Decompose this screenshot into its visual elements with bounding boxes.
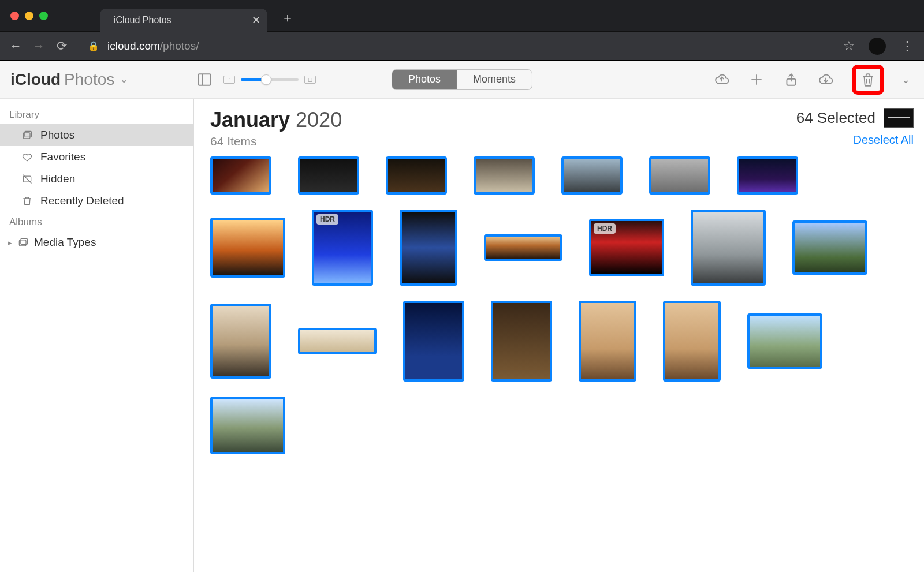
view-segmented-control: Photos Moments (392, 69, 532, 90)
deselect-all-link[interactable]: Deselect All (796, 133, 914, 147)
eye-slash-icon (21, 173, 33, 185)
photo-thumbnail[interactable] (747, 313, 822, 369)
svg-rect-7 (23, 133, 30, 139)
brand-primary: iCloud (10, 70, 61, 89)
reload-button[interactable]: ⟳ (54, 39, 69, 54)
svg-rect-12 (21, 238, 28, 244)
selected-count: 64 Selected (796, 109, 875, 127)
photo-thumbnail[interactable] (579, 301, 636, 382)
sidebar-item-photos[interactable]: Photos (0, 124, 193, 146)
photo-thumbnail[interactable] (210, 397, 285, 454)
zoom-out-icon: ▫ (223, 76, 235, 84)
sidebar: Library PhotosFavoritesHiddenRecently De… (0, 99, 194, 572)
sidebar-item-media-types[interactable]: ▸Media Types (0, 231, 193, 253)
sidebar-item-label: Media Types (34, 236, 96, 249)
sidebar-item-label: Photos (40, 129, 74, 141)
photo-thumbnail[interactable] (210, 218, 285, 278)
sidebar-section-library: Library (0, 104, 193, 124)
selection-preview-thumb (884, 108, 914, 128)
new-tab-button[interactable]: ＋ (278, 8, 297, 28)
delete-highlight-annotation (852, 65, 884, 95)
hdr-badge: HDR (316, 214, 338, 225)
slider-track[interactable] (241, 78, 299, 81)
segment-moments[interactable]: Moments (457, 70, 532, 89)
browser-menu-icon[interactable]: ⋮ (899, 39, 916, 54)
sidebar-item-label: Recently Deleted (40, 195, 124, 207)
toggle-sidebar-button[interactable] (196, 71, 213, 88)
section-year: 2020 (296, 108, 342, 132)
photo-thumbnail[interactable]: HDR (312, 210, 373, 286)
brand-secondary: Photos (64, 70, 114, 89)
photo-row (210, 397, 914, 454)
sidebar-section-albums: Albums (0, 212, 193, 231)
toolbar-more-button[interactable]: ⌄ (901, 73, 910, 86)
browser-toolbar: ← → ⟳ 🔒 icloud.com/photos/ ☆ ⋮ (0, 32, 924, 61)
sidebar-item-hidden[interactable]: Hidden (0, 168, 193, 190)
photo-row (210, 156, 914, 195)
browser-tab-strip: iCloud Photos ✕ ＋ (0, 0, 924, 32)
close-tab-icon[interactable]: ✕ (252, 14, 260, 27)
photo-thumbnail[interactable] (210, 304, 271, 379)
photo-thumbnail[interactable] (210, 156, 271, 195)
photo-thumbnail[interactable] (649, 156, 710, 195)
photo-thumbnail[interactable] (386, 156, 447, 195)
sidebar-item-favorites[interactable]: Favorites (0, 146, 193, 168)
browser-tab[interactable]: iCloud Photos ✕ (100, 9, 267, 32)
app-title-dropdown[interactable]: iCloud Photos ⌄ (10, 70, 128, 89)
photo-thumbnail[interactable] (400, 210, 457, 286)
photo-thumbnail[interactable] (491, 301, 552, 382)
svg-rect-11 (19, 240, 26, 246)
item-count: 64 Items (210, 134, 342, 148)
photo-thumbnail[interactable] (663, 301, 721, 382)
lock-icon: 🔒 (88, 40, 99, 51)
minimize-window-button[interactable] (25, 12, 33, 20)
add-button[interactable] (748, 71, 765, 88)
photo-thumbnail[interactable] (561, 156, 623, 195)
sidebar-item-label: Hidden (40, 173, 75, 185)
upload-button[interactable] (713, 71, 731, 88)
photo-thumbnail[interactable] (403, 301, 464, 382)
section-month: January (210, 108, 290, 132)
fullscreen-window-button[interactable] (39, 12, 48, 20)
share-button[interactable] (783, 71, 800, 88)
photo-grid-area: January 2020 64 Items 64 Selected Desele… (194, 99, 924, 572)
profile-avatar[interactable] (869, 38, 886, 55)
section-title: January 2020 (210, 108, 342, 132)
bookmark-star-icon[interactable]: ☆ (843, 39, 855, 54)
sidebar-item-recently-deleted[interactable]: Recently Deleted (0, 190, 193, 212)
photo-thumbnail[interactable] (298, 328, 377, 354)
photo-thumbnail[interactable] (737, 156, 798, 195)
photo-thumbnail[interactable]: HDR (589, 219, 664, 276)
trash-icon (21, 195, 33, 207)
svg-rect-8 (25, 131, 32, 137)
photo-thumbnail[interactable] (474, 156, 535, 195)
sidebar-item-label: Favorites (40, 151, 85, 163)
photo-thumbnail[interactable] (792, 220, 867, 275)
close-window-button[interactable] (10, 12, 19, 20)
segment-photos[interactable]: Photos (392, 70, 457, 89)
tab-title: iCloud Photos (114, 15, 172, 25)
photo-thumbnail[interactable] (484, 234, 562, 261)
url-host: icloud.com (107, 40, 160, 53)
address-bar[interactable]: 🔒 icloud.com/photos/ (77, 40, 835, 53)
stacked-squares-icon (17, 237, 29, 248)
heart-icon (21, 151, 33, 163)
delete-button[interactable] (859, 71, 877, 88)
url-path: /photos/ (160, 40, 199, 53)
photo-row (210, 301, 914, 382)
zoom-in-icon: ◻ (304, 76, 316, 84)
back-button[interactable]: ← (8, 39, 23, 54)
photo-thumbnail[interactable] (691, 210, 766, 286)
chevron-down-icon: ⌄ (120, 74, 128, 85)
slider-knob[interactable] (261, 74, 271, 85)
app-toolbar: iCloud Photos ⌄ ▫ ◻ Photos Moments (0, 61, 924, 99)
photo-thumbnail[interactable] (298, 156, 359, 195)
main-split: Library PhotosFavoritesHiddenRecently De… (0, 99, 924, 572)
download-button[interactable] (817, 71, 834, 88)
disclosure-triangle-icon: ▸ (8, 238, 12, 247)
window-controls (10, 12, 48, 20)
forward-button[interactable]: → (31, 39, 46, 54)
stacked-squares-icon (21, 129, 33, 141)
thumbnail-size-slider[interactable]: ▫ ◻ (223, 76, 316, 84)
hdr-badge: HDR (594, 223, 616, 234)
